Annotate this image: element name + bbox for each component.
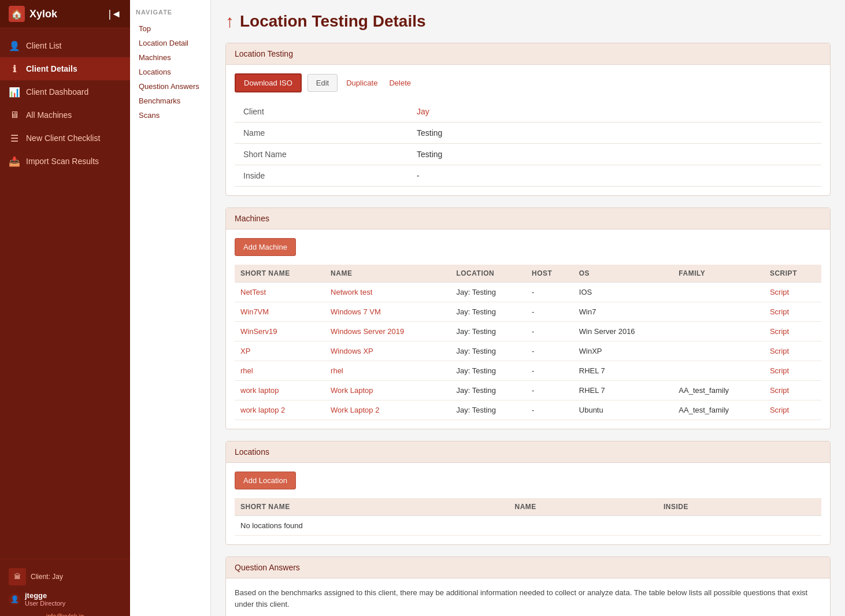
machine-host: - <box>526 361 573 381</box>
machine-name-link[interactable]: Work Laptop 2 <box>331 406 379 414</box>
col-script: SCRIPT <box>764 265 821 283</box>
no-locations-text: No locations found <box>235 516 821 536</box>
sidebar-footer: 🏛 Client: Jay 👤 jtegge User Directory in… <box>0 559 130 616</box>
add-machine-button[interactable]: Add Machine <box>235 238 296 256</box>
machine-family <box>673 361 764 381</box>
sidebar-item-label: New Client Checklist <box>26 133 100 143</box>
sidebar-item-new-client-checklist[interactable]: ☰ New Client Checklist <box>0 127 130 150</box>
add-location-button[interactable]: Add Location <box>235 472 296 489</box>
client-icon: 🏛 <box>9 568 26 585</box>
machine-host: - <box>526 342 573 361</box>
question-answers-description: Based on the benchmarks assigned to this… <box>226 578 830 616</box>
machine-short-name-link[interactable]: Win7VM <box>240 307 269 316</box>
client-link[interactable]: Jay <box>417 107 429 116</box>
machine-name-link[interactable]: Network test <box>331 288 372 296</box>
sidebar-username: jtegge <box>25 591 65 600</box>
machine-name-link[interactable]: Windows 7 VM <box>331 307 381 316</box>
location-detail-body: Download ISO Edit Duplicate Delete Clien… <box>226 65 830 195</box>
main-content: ↑ Location Testing Details Location Test… <box>211 0 845 616</box>
machine-short-name: WinServ19 <box>235 322 325 342</box>
machine-short-name: work laptop 2 <box>235 400 325 420</box>
machine-name: Windows XP <box>325 342 450 361</box>
sidebar-item-label: Client Details <box>26 64 77 73</box>
sidebar-item-client-dashboard[interactable]: 📊 Client Dashboard <box>0 80 130 103</box>
machine-script-link[interactable]: Script <box>770 307 789 316</box>
machine-host: - <box>526 302 573 322</box>
navigate-item-machines[interactable]: Machines <box>136 50 205 65</box>
sidebar-item-client-list[interactable]: 👤 Client List <box>0 34 130 57</box>
sidebar-email[interactable]: info@xylok.io <box>9 613 121 616</box>
machine-family <box>673 283 764 302</box>
machine-location: Jay: Testing <box>450 283 526 302</box>
machine-script-link[interactable]: Script <box>770 288 789 296</box>
machine-name: rhel <box>325 361 450 381</box>
sidebar-item-client-details[interactable]: ℹ Client Details <box>0 57 130 80</box>
navigate-item-location-detail[interactable]: Location Detail <box>136 36 205 50</box>
navigate-title: NAVIGATE <box>136 9 205 16</box>
machine-script-link[interactable]: Script <box>770 406 789 414</box>
sidebar-item-label: All Machines <box>26 110 72 120</box>
machine-family <box>673 342 764 361</box>
navigate-item-question-answers[interactable]: Question Answers <box>136 79 205 94</box>
machine-script: Script <box>764 322 821 342</box>
table-row: Win7VM Windows 7 VM Jay: Testing - Win7 … <box>235 302 821 322</box>
navigate-item-scans[interactable]: Scans <box>136 108 205 123</box>
detail-value-name: Testing <box>408 123 821 144</box>
machine-os: IOS <box>573 283 673 302</box>
machine-short-name-link[interactable]: XP <box>240 347 250 355</box>
machine-os: Win Server 2016 <box>573 322 673 342</box>
detail-row-name: Name Testing <box>235 123 821 144</box>
machine-script: Script <box>764 342 821 361</box>
machine-location: Jay: Testing <box>450 361 526 381</box>
sidebar-logo: 🏠 Xylok <box>9 6 57 22</box>
sidebar-item-all-machines[interactable]: 🖥 All Machines <box>0 103 130 127</box>
machine-name-link[interactable]: Windows XP <box>331 347 373 355</box>
loc-col-short-name: SHORT NAME <box>235 498 509 516</box>
edit-button[interactable]: Edit <box>307 74 338 92</box>
download-iso-button[interactable]: Download ISO <box>235 73 302 92</box>
back-button[interactable]: |◄ <box>109 8 122 20</box>
machine-name-link[interactable]: rhel <box>331 366 343 375</box>
no-locations-row: No locations found <box>235 516 821 536</box>
machine-short-name-link[interactable]: NetTest <box>240 288 266 296</box>
action-buttons: Download ISO Edit Duplicate Delete <box>235 73 821 92</box>
machine-script-link[interactable]: Script <box>770 327 789 336</box>
machine-name: Work Laptop 2 <box>325 400 450 420</box>
machine-short-name-link[interactable]: WinServ19 <box>240 327 277 336</box>
location-detail-header: Location Testing <box>226 43 830 65</box>
machine-short-name: work laptop <box>235 381 325 400</box>
locations-card: Locations Add Location SHORT NAME NAME I… <box>225 441 831 545</box>
machine-short-name-link[interactable]: rhel <box>240 366 253 375</box>
dashboard-icon: 📊 <box>9 86 20 98</box>
delete-button[interactable]: Delete <box>386 75 414 91</box>
details-table: Client Jay Name Testing Short Name Testi… <box>235 101 821 187</box>
sidebar: 🏠 Xylok |◄ 👤 Client List ℹ Client Detail… <box>0 0 130 616</box>
machine-name-link[interactable]: Windows Server 2019 <box>331 327 404 336</box>
navigate-item-benchmarks[interactable]: Benchmarks <box>136 94 205 108</box>
machine-location: Jay: Testing <box>450 381 526 400</box>
duplicate-button[interactable]: Duplicate <box>343 75 380 91</box>
machine-short-name-link[interactable]: work laptop <box>240 386 279 395</box>
machine-script-link[interactable]: Script <box>770 366 789 375</box>
machine-script-link[interactable]: Script <box>770 347 789 355</box>
detail-row-client: Client Jay <box>235 101 821 123</box>
sidebar-nav: 👤 Client List ℹ Client Details 📊 Client … <box>0 28 130 559</box>
sidebar-item-import-scan[interactable]: 📥 Import Scan Results <box>0 150 130 173</box>
machine-script: Script <box>764 400 821 420</box>
navigate-item-locations[interactable]: Locations <box>136 65 205 79</box>
info-icon: ℹ <box>9 63 20 75</box>
machine-host: - <box>526 381 573 400</box>
detail-row-short-name: Short Name Testing <box>235 144 821 165</box>
detail-label-client: Client <box>235 101 408 123</box>
sidebar-client-label: Client: Jay <box>31 573 63 581</box>
navigate-item-top[interactable]: Top <box>136 21 205 36</box>
locations-header: Locations <box>226 441 830 463</box>
machine-name-link[interactable]: Work Laptop <box>331 386 373 395</box>
sidebar-item-label: Import Scan Results <box>26 157 99 166</box>
location-detail-card: Location Testing Download ISO Edit Dupli… <box>225 43 831 196</box>
machine-os: Ubuntu <box>573 400 673 420</box>
machine-short-name-link[interactable]: work laptop 2 <box>240 406 285 414</box>
detail-value-client: Jay <box>408 101 821 123</box>
machine-script-link[interactable]: Script <box>770 386 789 395</box>
monitor-icon: 🖥 <box>9 109 20 121</box>
